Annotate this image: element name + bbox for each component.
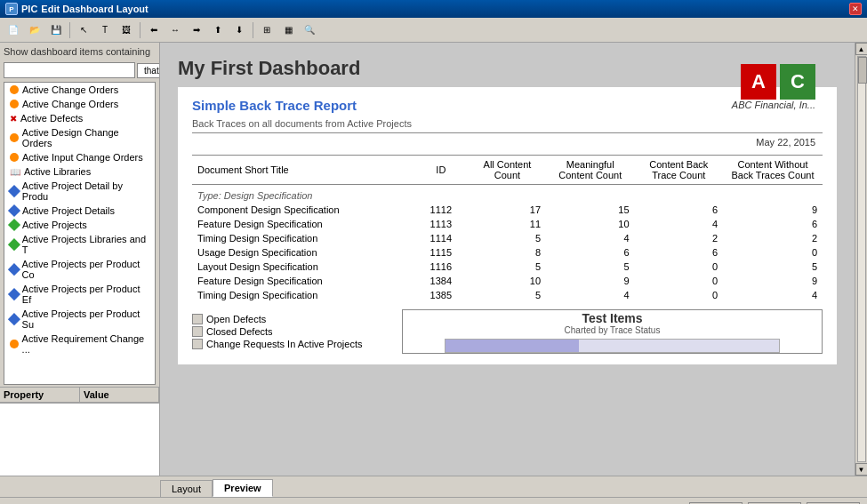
image-button[interactable]: 🖼 xyxy=(116,20,136,40)
col-header-meaningful: Meaningful Content Count xyxy=(546,156,635,185)
list-item-label: Active Input Change Orders xyxy=(22,152,143,163)
table-row: Feature Design Specification 1384 10 9 0… xyxy=(192,274,823,288)
bottom-list-item-open-defects: Open Defects xyxy=(192,314,388,324)
tab-layout[interactable]: Layout xyxy=(160,480,213,497)
list-item[interactable]: Active Project Details xyxy=(4,204,155,218)
row-all: 8 xyxy=(469,245,546,260)
logo-c: C xyxy=(780,64,815,100)
scroll-up-button[interactable]: ▲ xyxy=(855,43,868,55)
row-backtrace: 0 xyxy=(635,260,724,274)
zoom-button[interactable]: 🔍 xyxy=(300,20,319,40)
row-title: Timing Design Specification xyxy=(192,288,413,302)
blue-diamond-icon xyxy=(8,185,20,197)
list-item-label: Active Projects xyxy=(22,220,87,230)
list-item-label: Active Projects per Product Ef xyxy=(22,284,149,305)
list-item[interactable]: 📖 Active Libraries xyxy=(4,164,155,179)
window-close-button[interactable]: ✕ xyxy=(849,3,862,15)
row-meaningful: 9 xyxy=(546,274,635,288)
list-item[interactable]: Active Input Change Orders xyxy=(4,150,155,164)
save-button[interactable]: 💾 xyxy=(46,20,66,40)
row-id: 1384 xyxy=(413,274,469,288)
test-items-subtitle: Charted by Trace Status xyxy=(565,325,661,335)
title-bar-left: P PIC Edit Dashboard Layout xyxy=(5,3,149,15)
new-button[interactable]: 📄 xyxy=(4,20,23,40)
property-col-header: Property xyxy=(0,388,80,403)
cursor-button[interactable]: ↖ xyxy=(74,20,93,40)
row-title: Usage Design Specification xyxy=(192,245,413,260)
v-scroll-thumb[interactable] xyxy=(858,57,867,84)
divider xyxy=(192,132,823,133)
text-button[interactable]: T xyxy=(95,20,115,40)
col-header-id: ID xyxy=(413,156,469,185)
title-bar: P PIC Edit Dashboard Layout ✕ xyxy=(0,0,867,18)
type-row: Type: Design Specification xyxy=(192,185,823,204)
list-item[interactable]: Active Design Change Orders xyxy=(4,125,155,150)
scroll-down-button[interactable]: ▼ xyxy=(855,463,868,476)
grid-button[interactable]: ▦ xyxy=(278,20,298,40)
bottom-icon-open xyxy=(192,314,203,324)
search-input[interactable] xyxy=(4,62,135,78)
col-header-backtrace: Content Back Trace Count xyxy=(635,156,724,185)
separator-1 xyxy=(69,22,70,38)
list-item-label: Active Change Orders xyxy=(22,99,118,109)
orange-circle-icon xyxy=(10,340,19,348)
tabs-bar: Layout Preview xyxy=(0,476,867,497)
list-item[interactable]: Active Projects per Product Su xyxy=(4,307,155,332)
bottom-item-label: Change Requests In Active Projects xyxy=(206,339,362,349)
list-item-label: Active Change Orders xyxy=(22,84,118,95)
align-left-button[interactable]: ⬅ xyxy=(144,20,164,40)
list-item-defects[interactable]: ✖ Active Defects xyxy=(4,111,155,125)
table-row: Layout Design Specification 1116 5 5 0 5 xyxy=(192,260,823,274)
title-bar-text: PIC xyxy=(21,4,37,14)
report-subtitle: Back Traces on all documents from Active… xyxy=(192,118,823,129)
logo-a: A xyxy=(741,64,776,100)
table-row: Usage Design Specification 1115 8 6 6 0 xyxy=(192,245,823,260)
row-title: Component Design Specification xyxy=(192,203,413,217)
list-item[interactable]: Active Projects per Product Co xyxy=(4,257,155,282)
align-center-button[interactable]: ↔ xyxy=(165,20,185,40)
row-meaningful: 10 xyxy=(546,217,635,231)
row-meaningful: 5 xyxy=(546,260,635,274)
list-item[interactable]: Active Requirement Change ... xyxy=(4,332,155,356)
col-header-all: All Content Count xyxy=(469,156,546,185)
list-item[interactable]: Active Change Orders xyxy=(4,97,155,111)
orange-circle-icon xyxy=(10,153,19,162)
dashboard-header: My First Dashboard A C ABC Financial, In… xyxy=(178,57,837,80)
v-scroll-track[interactable] xyxy=(857,56,866,462)
align-top-button[interactable]: ⬆ xyxy=(208,20,228,40)
table-row: Timing Design Specification 1114 5 4 2 2 xyxy=(192,231,823,245)
bottom-list-item-closed-defects: Closed Defects xyxy=(192,326,388,337)
list-item[interactable]: Active Projects Libraries and T xyxy=(4,232,155,257)
align-bottom-button[interactable]: ⬇ xyxy=(229,20,249,40)
content-inner: My First Dashboard A C ABC Financial, In… xyxy=(160,43,855,476)
filter-select[interactable]: that are that contain xyxy=(137,63,160,78)
align-right-button[interactable]: ➡ xyxy=(187,20,206,40)
bottom-bar: Ok Close Help xyxy=(0,497,867,504)
orange-circle-icon xyxy=(10,85,19,94)
list-item[interactable]: Active Projects xyxy=(4,218,155,232)
list-item-label: Active Project Details xyxy=(22,205,115,216)
row-without: 6 xyxy=(723,217,823,231)
row-meaningful: 4 xyxy=(546,231,635,245)
list-item[interactable]: Active Projects per Product Ef xyxy=(4,282,155,307)
row-id: 1115 xyxy=(413,245,469,260)
table-row: Feature Design Specification 1113 11 10 … xyxy=(192,217,823,231)
items-list: Active Change Orders Active Change Order… xyxy=(4,82,156,385)
blue-diamond-icon xyxy=(8,204,20,217)
list-item[interactable]: Active Project Detail by Produ xyxy=(4,179,155,204)
logo-area: A C ABC Financial, In... xyxy=(732,64,815,110)
app-icon: P xyxy=(5,3,18,15)
list-item[interactable]: Active Change Orders xyxy=(4,83,155,97)
row-backtrace: 6 xyxy=(635,245,724,260)
row-id: 1385 xyxy=(413,288,469,302)
row-title: Feature Design Specification xyxy=(192,274,413,288)
book-icon: 📖 xyxy=(10,167,20,177)
open-button[interactable]: 📂 xyxy=(25,20,44,40)
row-title: Timing Design Specification xyxy=(192,231,413,245)
row-backtrace: 6 xyxy=(635,203,724,217)
tab-preview[interactable]: Preview xyxy=(213,479,273,497)
size-button[interactable]: ⊞ xyxy=(257,20,277,40)
left-panel: Show dashboard items containing that are… xyxy=(0,43,160,476)
row-without: 9 xyxy=(723,274,823,288)
orange-circle-icon xyxy=(10,133,19,142)
